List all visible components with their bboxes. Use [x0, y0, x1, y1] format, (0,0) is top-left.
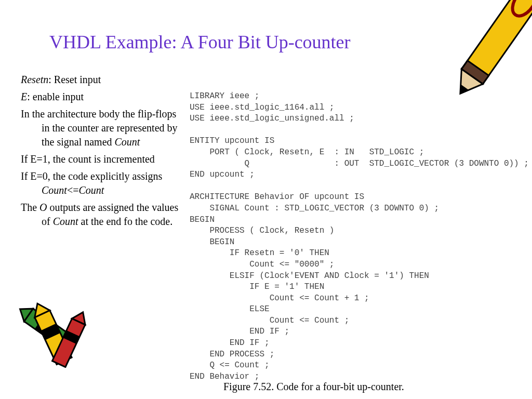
vhdl-code-listing: LIBRARY ieee ; USE ieee.std_logic_1164.a…: [190, 91, 522, 382]
explanation-column: Resetn: Reset input E: enable input In t…: [21, 73, 182, 232]
pencil-icon: [449, 0, 532, 99]
term-e: E: [21, 91, 27, 102]
line-arch: In the architecture body the flip-flops …: [21, 107, 182, 149]
line-e1: If E=1, the count is incremented: [21, 152, 182, 166]
line-resetn: Resetn: Reset input: [21, 73, 182, 87]
line-outputs: The O outputs are assigned the values of…: [21, 201, 182, 229]
slide: VHDL Example: A Four Bit Up-counter Rese…: [0, 0, 532, 399]
line-e0: If E=0, the code explicitly assigns Coun…: [21, 169, 182, 197]
term-count: Count: [115, 136, 140, 148]
term-resetn: Resetn: [21, 74, 48, 85]
figure-caption: Figure 7.52. Code for a four-bit up-coun…: [223, 381, 404, 393]
slide-title: VHDL Example: A Four Bit Up-counter: [49, 31, 351, 53]
line-e: E: enable input: [21, 90, 182, 104]
crayons-icon: [16, 300, 104, 368]
